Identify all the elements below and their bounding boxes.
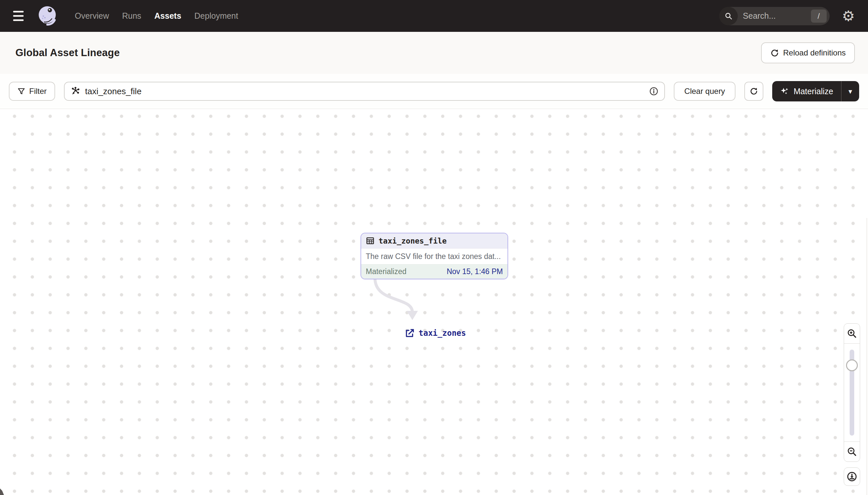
asset-node-title: taxi_zones_file [378, 237, 447, 245]
materialize-split-button: Materialize ▾ [772, 81, 859, 101]
nav-item-assets[interactable]: Assets [155, 11, 181, 21]
gear-icon[interactable]: ⚙ [842, 9, 855, 23]
sparkles-icon [780, 87, 789, 96]
refresh-icon [770, 49, 779, 57]
zoom-slider-handle[interactable] [846, 359, 858, 371]
nav-item-runs[interactable]: Runs [122, 11, 141, 21]
info-icon[interactable] [649, 87, 658, 96]
materialize-dropdown-button[interactable]: ▾ [842, 81, 859, 101]
funnel-icon [17, 87, 25, 95]
hamburger-menu-icon[interactable] [13, 9, 28, 23]
asset-graph-icon [71, 86, 81, 96]
downstream-asset-label: taxi_zones [419, 328, 466, 338]
zoom-slider[interactable] [844, 343, 860, 442]
zoom-out-icon [847, 447, 857, 457]
filter-button[interactable]: Filter [9, 82, 55, 101]
zoom-control-panel [844, 323, 860, 462]
materialize-label: Materialize [794, 87, 833, 96]
search-placeholder: Search... [743, 11, 811, 21]
primary-nav: Overview Runs Assets Deployment [75, 11, 238, 21]
reload-definitions-button[interactable]: Reload definitions [761, 42, 855, 63]
materialization-timestamp[interactable]: Nov 15, 1:46 PM [447, 267, 503, 276]
zoom-out-button[interactable] [844, 442, 860, 462]
asset-query-input[interactable] [85, 86, 644, 97]
lineage-canvas[interactable]: taxi_zones_file The raw CSV file for the… [0, 109, 868, 495]
scrollbar-track[interactable] [866, 218, 868, 495]
materialize-button[interactable]: Materialize [772, 81, 841, 101]
asset-query-field [64, 82, 665, 101]
dagster-app: Overview Runs Assets Deployment Search..… [0, 0, 868, 495]
canvas-corner-artifact [0, 489, 4, 495]
dagster-logo-icon[interactable] [37, 5, 58, 27]
download-image-button[interactable] [844, 467, 860, 486]
lineage-toolbar: Filter [0, 74, 868, 109]
external-link-icon [405, 328, 415, 338]
download-icon [847, 471, 857, 482]
status-badge: Materialized [366, 267, 406, 276]
search-icon [720, 7, 738, 25]
refresh-graph-button[interactable] [744, 82, 763, 101]
page-title: Global Asset Lineage [15, 47, 120, 59]
search-shortcut-badge: / [811, 10, 827, 23]
clear-query-label: Clear query [684, 87, 725, 96]
page-header: Global Asset Lineage Reload definitions [0, 32, 868, 74]
table-icon [366, 236, 375, 245]
caret-down-icon: ▾ [848, 87, 852, 96]
top-nav: Overview Runs Assets Deployment Search..… [0, 0, 868, 32]
clear-query-button[interactable]: Clear query [674, 82, 736, 101]
zoom-in-icon [847, 328, 857, 338]
global-search-input[interactable]: Search... / [720, 7, 830, 25]
nav-item-overview[interactable]: Overview [75, 11, 109, 21]
reload-definitions-label: Reload definitions [783, 48, 846, 57]
nav-right-cluster: Search... / ⚙ [720, 7, 855, 25]
filter-label: Filter [29, 87, 47, 96]
asset-node-status-bar: Materialized Nov 15, 1:46 PM [361, 264, 508, 279]
asset-node-header: taxi_zones_file [361, 233, 508, 249]
lineage-edge [359, 277, 435, 337]
nav-item-deployment[interactable]: Deployment [195, 11, 238, 21]
zoom-in-button[interactable] [844, 324, 860, 343]
downstream-asset-link[interactable]: taxi_zones [405, 328, 466, 338]
asset-node-taxi-zones-file[interactable]: taxi_zones_file The raw CSV file for the… [360, 233, 508, 279]
refresh-icon [749, 87, 758, 96]
asset-node-description: The raw CSV file for the taxi zones dat.… [361, 249, 508, 264]
